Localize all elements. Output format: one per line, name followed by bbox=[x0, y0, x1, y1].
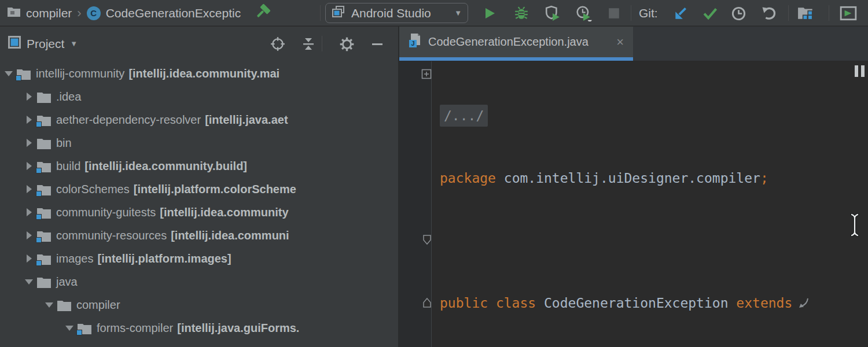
hide-panel-button[interactable] bbox=[369, 36, 385, 52]
run-window-button[interactable] bbox=[840, 5, 857, 22]
editor-body[interactable]: /.../ package com.intellij.uiDesigner.co… bbox=[399, 61, 868, 347]
chevron-expanded-icon[interactable] bbox=[42, 302, 57, 308]
project-structure-button[interactable] bbox=[797, 5, 815, 22]
history-button[interactable] bbox=[730, 5, 747, 22]
collapse-all-button[interactable] bbox=[300, 36, 317, 52]
chevron-collapsed-icon[interactable] bbox=[21, 93, 36, 101]
tree-item-idea[interactable]: .idea bbox=[0, 85, 398, 108]
module-folder-icon bbox=[36, 160, 52, 172]
project-tree: intellij-community [intellij.idea.commun… bbox=[0, 62, 398, 347]
tree-item-compiler[interactable]: compiler bbox=[0, 293, 398, 316]
chevron-collapsed-icon[interactable] bbox=[21, 116, 36, 124]
folder-icon bbox=[36, 136, 52, 149]
tree-item-community-resources[interactable]: community-resources [intellij.idea.commu… bbox=[0, 224, 398, 247]
folder-icon bbox=[57, 298, 72, 311]
stop-button[interactable] bbox=[605, 5, 623, 22]
rollback-button[interactable] bbox=[760, 5, 777, 22]
tree-item-label: build bbox=[56, 160, 80, 173]
tree-item-label: forms-compiler bbox=[97, 322, 173, 335]
commit-button[interactable] bbox=[701, 5, 719, 22]
fold-region-end-icon[interactable] bbox=[422, 297, 432, 311]
toolbar-separator bbox=[829, 5, 829, 21]
fold-expand-icon[interactable] bbox=[421, 69, 432, 82]
code-line[interactable]: /.../ bbox=[440, 105, 868, 126]
debug-button[interactable] bbox=[513, 5, 530, 22]
tree-item-bin[interactable]: bin bbox=[0, 131, 398, 154]
project-icon bbox=[8, 36, 21, 51]
code-line[interactable] bbox=[440, 230, 868, 251]
java-class-icon: C bbox=[87, 6, 101, 20]
main-toolbar: compiler › C CodeGenerationExceptic Andr… bbox=[0, 0, 868, 26]
chevron-down-icon[interactable]: ▼ bbox=[70, 39, 78, 48]
tree-item-intellij-community[interactable]: intellij-community [intellij.idea.commun… bbox=[0, 62, 398, 85]
tree-item-module: [intellij.java.guiForms. bbox=[177, 322, 299, 335]
chevron-expanded-icon[interactable] bbox=[21, 279, 36, 285]
tree-item-label: java bbox=[56, 275, 78, 289]
editor-area: J CodeGenerationException.java × bbox=[399, 27, 868, 347]
tree-item-images[interactable]: images [intellij.platform.images] bbox=[0, 247, 398, 270]
breadcrumb-chevron-icon: › bbox=[77, 6, 81, 21]
code-token: package bbox=[440, 171, 504, 186]
breadcrumb-file[interactable]: CodeGenerationExceptic bbox=[106, 6, 241, 20]
chevron-expanded-icon[interactable] bbox=[62, 326, 77, 331]
pause-indicator-icon[interactable] bbox=[855, 65, 865, 77]
code-token: /.../ bbox=[444, 108, 484, 123]
tree-item-module: [intellij.idea.community bbox=[160, 206, 288, 219]
run-configuration-select[interactable]: Android Studio ▼ bbox=[325, 3, 468, 23]
tree-item-module: [intellij.idea.communi bbox=[171, 229, 289, 242]
java-class-file-icon: J bbox=[409, 33, 422, 51]
breadcrumb: compiler › C CodeGenerationExceptic bbox=[7, 0, 271, 26]
tree-item-build[interactable]: build [intellij.idea.community.build] bbox=[0, 154, 398, 178]
editor-gutter bbox=[399, 61, 432, 347]
tree-item-label: .idea bbox=[56, 90, 81, 104]
chevron-collapsed-icon[interactable] bbox=[21, 254, 36, 263]
update-project-button[interactable] bbox=[672, 5, 689, 22]
project-panel-title[interactable]: Project bbox=[27, 37, 64, 51]
module-folder-icon bbox=[36, 113, 52, 126]
build-hammer-icon[interactable] bbox=[254, 3, 271, 23]
chevron-collapsed-icon[interactable] bbox=[21, 231, 36, 239]
toolbar-separator bbox=[631, 5, 631, 21]
tree-item-source-folder[interactable] bbox=[0, 339, 398, 347]
chevron-expanded-icon[interactable] bbox=[1, 71, 16, 76]
folder-icon bbox=[36, 90, 52, 103]
fold-region-start-icon[interactable] bbox=[422, 234, 432, 248]
chevron-collapsed-icon[interactable] bbox=[21, 208, 36, 216]
module-folder-icon bbox=[16, 67, 31, 80]
tree-item-label: aether-dependency-resolver bbox=[56, 113, 201, 127]
tree-item-forms-compiler[interactable]: forms-compiler [intellij.java.guiForms. bbox=[0, 316, 398, 339]
code-token: com.intellij.uiDesigner.compiler bbox=[504, 171, 760, 186]
run-configuration-label: Android Studio bbox=[351, 6, 431, 20]
project-tool-window: Project ▼ bbox=[0, 27, 399, 347]
app-window-icon bbox=[332, 5, 345, 21]
tree-item-module: [intellij.platform.colorScheme bbox=[134, 183, 296, 196]
tree-item-module: [intellij.idea.community.build] bbox=[84, 160, 247, 173]
tree-item-label: bin bbox=[56, 136, 72, 150]
close-tab-icon[interactable]: × bbox=[616, 35, 624, 50]
chevron-collapsed-icon[interactable] bbox=[21, 162, 36, 170]
code-token: public class bbox=[440, 296, 544, 311]
tree-item-label: compiler bbox=[76, 298, 120, 312]
tab-CodeGenerationException[interactable]: J CodeGenerationException.java × bbox=[399, 27, 633, 61]
run-with-coverage-button[interactable] bbox=[544, 5, 561, 22]
chevron-collapsed-icon[interactable] bbox=[21, 185, 36, 193]
tree-item-java[interactable]: java bbox=[0, 270, 398, 293]
tree-item-aether-dependency-resolver[interactable]: aether-dependency-resolver [intellij.jav… bbox=[0, 108, 398, 131]
breadcrumb-folder[interactable]: compiler bbox=[26, 6, 72, 20]
tree-item-colorSchemes[interactable]: colorSchemes [intellij.platform.colorSch… bbox=[0, 178, 398, 201]
run-button[interactable] bbox=[481, 5, 498, 22]
tree-item-community-guitests[interactable]: community-guitests [intellij.idea.commun… bbox=[0, 201, 398, 224]
folder-icon bbox=[7, 6, 21, 20]
chevron-collapsed-icon[interactable] bbox=[21, 139, 36, 147]
module-folder-icon bbox=[77, 322, 92, 334]
toolbar-separator bbox=[322, 36, 322, 51]
code-viewport[interactable]: /.../ package com.intellij.uiDesigner.co… bbox=[432, 61, 868, 347]
mouse-text-cursor bbox=[849, 213, 860, 239]
profile-button[interactable] bbox=[575, 5, 593, 22]
settings-gear-icon[interactable] bbox=[339, 36, 355, 52]
locate-file-button[interactable] bbox=[270, 36, 286, 52]
code-line[interactable]: public class CodeGenerationException ext… bbox=[440, 293, 868, 313]
code-line[interactable]: package com.intellij.uiDesigner.compiler… bbox=[440, 168, 868, 189]
module-folder-icon bbox=[36, 206, 52, 219]
code-token: extends bbox=[736, 296, 792, 311]
